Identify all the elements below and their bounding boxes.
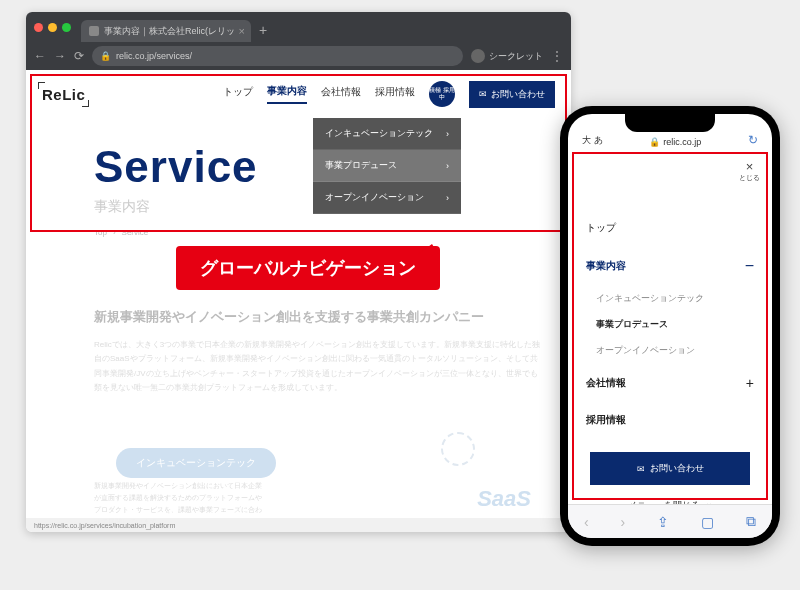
- nav-top[interactable]: トップ: [223, 85, 253, 103]
- minus-icon: −: [745, 257, 754, 275]
- recruit-badge[interactable]: 積極 採用中: [429, 81, 455, 107]
- page-content: ReLic トップ 事業内容 会社情報 採用情報 積極 採用中 ✉ お問い合わせ…: [26, 70, 571, 532]
- mobile-nav-company[interactable]: 会社情報+: [586, 364, 754, 402]
- new-tab-button[interactable]: +: [259, 22, 267, 38]
- saas-label: SaaS: [477, 486, 531, 512]
- nav-company[interactable]: 会社情報: [321, 85, 361, 103]
- mobile-url[interactable]: 🔒relic.co.jp: [603, 137, 748, 147]
- phone-notch: [625, 114, 715, 132]
- illustration: [421, 422, 541, 482]
- close-label: とじる: [739, 174, 760, 181]
- close-icon: ×: [739, 160, 760, 173]
- text-size-control[interactable]: 大 あ: [582, 134, 603, 147]
- window-controls[interactable]: [34, 23, 71, 32]
- logo[interactable]: ReLic: [42, 86, 85, 103]
- chevron-right-icon: ›: [446, 129, 449, 139]
- mobile-close-button[interactable]: × とじる: [739, 160, 760, 183]
- nav-dropdown: インキュベーションテック› 事業プロデュース› オープンイノベーション›: [313, 118, 461, 214]
- favicon-icon: [89, 26, 99, 36]
- forward-icon[interactable]: →: [54, 49, 66, 63]
- service-pill[interactable]: インキュベーションテック: [116, 448, 276, 478]
- contact-label: お問い合わせ: [491, 88, 545, 101]
- reload-icon[interactable]: ⟳: [74, 49, 84, 63]
- plus-icon: +: [746, 375, 754, 391]
- dropdown-item-incubation[interactable]: インキュベーションテック›: [313, 118, 461, 150]
- mobile-contact-label: お問い合わせ: [650, 462, 704, 475]
- close-tab-icon[interactable]: ×: [239, 25, 245, 37]
- menu-icon[interactable]: ⋮: [551, 49, 563, 63]
- mobile-sub-produce[interactable]: 事業プロデュース: [586, 312, 754, 338]
- contact-button[interactable]: ✉ お問い合わせ: [469, 81, 555, 108]
- mobile-sub-openinnovation[interactable]: オープンイノベーション: [586, 338, 754, 364]
- share-icon[interactable]: ⇪: [657, 514, 669, 530]
- breadcrumb: Top › Service: [94, 228, 148, 237]
- intro-body: Relicでは、大きく3つの事業で日本企業の新規事業開発やイノベーション創出を支…: [94, 338, 541, 396]
- url-field[interactable]: 🔒 relic.co.jp/services/: [92, 46, 463, 66]
- chevron-right-icon: ›: [446, 161, 449, 171]
- mobile-contact-button[interactable]: ✉ お問い合わせ: [590, 452, 750, 485]
- mobile-screen: 大 あ 🔒relic.co.jp ↻ × とじる トップ 事業内容− インキュベ…: [568, 114, 772, 538]
- hero-subtitle: 事業内容: [94, 198, 150, 216]
- back-icon[interactable]: ‹: [584, 514, 589, 530]
- dropdown-item-openinnovation[interactable]: オープンイノベーション›: [313, 182, 461, 214]
- url-text: relic.co.jp/services/: [116, 51, 192, 61]
- mobile-sub-incubation[interactable]: インキュベーションテック: [586, 286, 754, 312]
- browser-tab[interactable]: 事業内容｜株式会社Relic(レリッ ×: [81, 20, 251, 42]
- nav-services[interactable]: 事業内容: [267, 84, 307, 104]
- hero-title: Service: [94, 142, 258, 192]
- dropdown-item-produce[interactable]: 事業プロデュース›: [313, 150, 461, 182]
- safari-bottom-bar: ‹ › ⇪ ▢ ⧉: [568, 504, 772, 538]
- nav-recruit[interactable]: 採用情報: [375, 85, 415, 103]
- bookmarks-icon[interactable]: ▢: [701, 514, 714, 530]
- mobile-nav-top[interactable]: トップ: [586, 210, 754, 246]
- incognito-label: シークレット: [489, 50, 543, 63]
- lock-icon: 🔒: [100, 51, 111, 61]
- chevron-right-icon: ›: [446, 193, 449, 203]
- back-icon[interactable]: ←: [34, 49, 46, 63]
- tab-title: 事業内容｜株式会社Relic(レリッ: [104, 25, 235, 38]
- reload-icon[interactable]: ↻: [748, 133, 758, 147]
- intro-section: 新規事業開発やイノベーション創出を支援する事業共創カンパニー Relicでは、大…: [94, 308, 541, 396]
- mobile-phone: 大 あ 🔒relic.co.jp ↻ × とじる トップ 事業内容− インキュベ…: [560, 106, 780, 546]
- mobile-menu: トップ 事業内容− インキュベーションテック 事業プロデュース オープンイノベー…: [568, 150, 772, 512]
- address-bar: ← → ⟳ 🔒 relic.co.jp/services/ シークレット ⋮: [26, 42, 571, 70]
- site-header: ReLic トップ 事業内容 会社情報 採用情報 積極 採用中 ✉ お問い合わせ: [26, 70, 571, 118]
- desktop-browser: 事業内容｜株式会社Relic(レリッ × + ← → ⟳ 🔒 relic.co.…: [26, 12, 571, 532]
- status-bar: https://relic.co.jp/services/incubation_…: [26, 518, 571, 532]
- mail-icon: ✉: [637, 464, 645, 474]
- annotation-callout: グローバルナビゲーション: [176, 246, 440, 290]
- incognito-indicator[interactable]: シークレット: [471, 49, 543, 63]
- crumb-current: Service: [122, 228, 149, 237]
- lock-icon: 🔒: [649, 137, 660, 147]
- forward-icon[interactable]: ›: [621, 514, 626, 530]
- crumb-top[interactable]: Top: [94, 228, 107, 237]
- tabs-icon[interactable]: ⧉: [746, 513, 756, 530]
- mobile-nav-recruit[interactable]: 採用情報: [586, 402, 754, 438]
- browser-tab-bar: 事業内容｜株式会社Relic(レリッ × +: [26, 12, 571, 42]
- mobile-nav-services[interactable]: 事業内容−: [586, 246, 754, 286]
- incognito-icon: [471, 49, 485, 63]
- chevron-right-icon: ›: [113, 228, 116, 237]
- mail-icon: ✉: [479, 89, 487, 99]
- intro-heading: 新規事業開発やイノベーション創出を支援する事業共創カンパニー: [94, 308, 541, 326]
- global-nav: トップ 事業内容 会社情報 採用情報 積極 採用中 ✉ お問い合わせ: [223, 81, 555, 108]
